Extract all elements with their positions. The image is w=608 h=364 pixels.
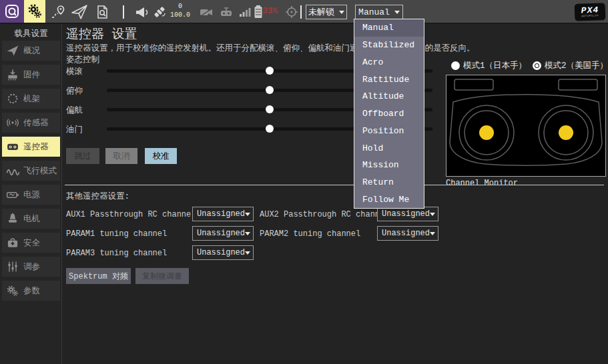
sidebar-item-firmware[interactable]: 固件 <box>2 65 60 85</box>
gps-status-text[interactable]: 0 100.0 <box>167 2 194 19</box>
slider-thumb[interactable] <box>266 67 274 75</box>
menu-item-rattitude[interactable]: Rattitude <box>354 71 424 88</box>
sidebar-item-label: 固件 <box>23 69 40 81</box>
param2-label: PARAM2 tuning channel <box>260 229 360 239</box>
px4-logo: PX4 AUTOPILOT <box>575 3 606 21</box>
firmware-download-icon <box>6 68 19 81</box>
sidebar-item-airframe[interactable]: 机架 <box>2 89 60 109</box>
gps-lock-indicator[interactable] <box>283 3 300 21</box>
param1-channel-dropdown[interactable]: Unassigned <box>192 226 254 241</box>
mode2-radio[interactable]: 模式2（美国手） <box>533 60 608 71</box>
right-stick-position-dot <box>559 125 573 140</box>
flight-mode-label: Manual <box>358 7 390 17</box>
top-toolbar: 0 100.0 <box>0 0 608 24</box>
param2-channel-dropdown[interactable]: Unassigned <box>377 226 438 241</box>
menu-item-offboard[interactable]: Offboard <box>354 105 424 123</box>
sidebar-item-label: 电机 <box>23 213 40 225</box>
app-logo-button[interactable] <box>0 0 24 23</box>
vehicle-messages-indicator[interactable] <box>133 3 151 21</box>
sidebar-item-power[interactable]: 电源 <box>2 185 60 205</box>
chevron-down-icon <box>394 11 400 14</box>
slider-thumb[interactable] <box>266 105 274 113</box>
arm-status-label: 未解锁 <box>308 6 334 18</box>
arm-status-dropdown[interactable]: 未解锁 <box>306 5 347 19</box>
menu-item-follow-me[interactable]: Follow Me <box>354 191 424 208</box>
dropdown-value: Unassigned <box>382 209 430 219</box>
fly-view-button[interactable] <box>71 3 88 21</box>
param3-label: PARAM3 tuning channel <box>66 249 167 258</box>
tuning-sliders-icon <box>6 260 19 273</box>
cancel-button[interactable]: 取消 <box>105 148 137 164</box>
gps-hdop-value: 100.0 <box>167 11 194 19</box>
toolbar-separator <box>123 5 124 19</box>
menu-item-position[interactable]: Position <box>354 122 424 139</box>
mode1-radio-label: 模式1（日本手） <box>463 60 527 71</box>
slider-thumb[interactable] <box>266 86 274 94</box>
paper-plane-icon <box>71 3 88 21</box>
channel-label-yaw: 偏航 <box>66 105 83 116</box>
rc-transmitter-icon <box>218 4 234 20</box>
skip-button[interactable]: 跳过 <box>66 148 99 164</box>
paper-plane-icon <box>6 44 19 57</box>
sidebar-item-sensors[interactable]: 传感器 <box>2 113 60 133</box>
page-description: 遥控器设置，用于校准你的遥控发射机。还用于分配横滚、俯仰、偏航和油门通道，以及确… <box>66 43 605 54</box>
sidebar-item-safety[interactable]: 安全 <box>2 233 60 253</box>
gps-satellite-count: 0 <box>167 2 194 11</box>
calibrate-button[interactable]: 校准 <box>145 148 177 164</box>
menu-item-acro[interactable]: Acro <box>354 53 424 71</box>
qgc-logo-icon <box>4 3 20 19</box>
spektrum-bind-button[interactable]: Spektrum 对频 <box>66 268 131 284</box>
sidebar-item-label: 传感器 <box>23 117 49 129</box>
copy-trims-button[interactable]: 复制微调量 <box>135 268 189 284</box>
radio-selected-icon <box>533 61 541 70</box>
vehicle-setup-button[interactable] <box>24 0 45 23</box>
chevron-down-icon <box>245 213 250 216</box>
flight-mode-dropdown[interactable]: Manual <box>355 5 403 19</box>
video-camera-icon <box>198 4 214 20</box>
power-battery-icon <box>6 188 19 201</box>
sidebar-item-tuning[interactable]: 调参 <box>2 257 60 277</box>
dropdown-value: Unassigned <box>382 229 430 238</box>
sidebar-item-motors[interactable]: 电机 <box>2 209 60 229</box>
channel-monitor-label: Channel Monitor <box>446 179 518 188</box>
menu-item-return[interactable]: Return <box>354 174 424 191</box>
sidebar-header: 载具设置 <box>0 28 62 39</box>
flight-mode-menu: Manual Stabilized Acro Rattitude Altitud… <box>354 19 424 209</box>
sidebar-item-radio[interactable]: 遥控器 <box>2 137 60 157</box>
megaphone-icon <box>134 4 150 20</box>
menu-item-manual[interactable]: Manual <box>354 19 424 37</box>
sidebar-item-label: 安全 <box>23 237 40 249</box>
sidebar-item-parameters[interactable]: 参数 <box>2 281 60 301</box>
aux2-label: AUX2 Passthrough RC channel <box>260 210 389 219</box>
menu-item-hold[interactable]: Hold <box>354 139 424 157</box>
chevron-down-icon <box>430 232 435 235</box>
setup-sidebar: 载具设置 概况 固件 机架 传感器 遥控器 飞行模式 电源 <box>0 24 62 364</box>
safety-case-icon <box>6 236 19 249</box>
aux1-channel-dropdown[interactable]: Unassigned <box>192 207 254 221</box>
radio-control-icon <box>6 140 19 153</box>
slider-thumb[interactable] <box>266 125 274 133</box>
mode1-radio[interactable]: 模式1（日本手） <box>451 60 527 71</box>
dropdown-value: Unassigned <box>197 248 245 257</box>
px4-logo-text: PX4 <box>581 6 599 15</box>
menu-item-altitude[interactable]: Altitude <box>354 88 424 105</box>
sidebar-item-flight-modes[interactable]: 飞行模式 <box>2 161 60 181</box>
sidebar-item-label: 电源 <box>23 189 40 201</box>
analyze-button[interactable] <box>93 3 111 21</box>
rc-rssi-indicator[interactable] <box>218 3 235 21</box>
param3-channel-dropdown[interactable]: Unassigned <box>192 245 254 260</box>
sidebar-item-summary[interactable]: 概况 <box>2 41 60 61</box>
radio-circle-icon <box>451 61 460 70</box>
menu-item-stabilized[interactable]: Stabilized <box>354 37 424 54</box>
sidebar-item-label: 机架 <box>23 93 40 105</box>
aux2-channel-dropdown[interactable]: Unassigned <box>377 207 438 221</box>
dropdown-value: Unassigned <box>197 229 245 238</box>
gps-indicator[interactable] <box>151 3 168 21</box>
menu-item-mission[interactable]: Mission <box>354 157 424 174</box>
sidebar-item-label: 飞行模式 <box>23 165 57 177</box>
channel-monitor-display <box>446 75 606 177</box>
plan-button[interactable] <box>49 3 67 21</box>
video-indicator[interactable] <box>198 3 215 21</box>
chevron-down-icon <box>339 11 344 14</box>
battery-percentage: 33% <box>262 6 278 16</box>
